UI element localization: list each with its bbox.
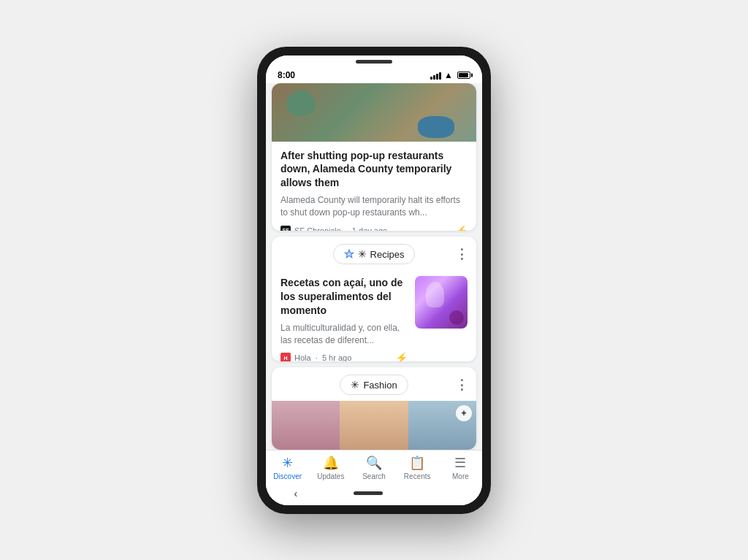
news-card-1-body: After shutting pop-up restaurants down, … <box>272 142 476 231</box>
recipe-source: H Hola · 5 hr ago <box>280 353 351 361</box>
news-card-1[interactable]: After shutting pop-up restaurants down, … <box>272 83 476 231</box>
recents-icon: 📋 <box>409 455 425 471</box>
news-card-1-source: SF SF Chronicle · 1 day ago <box>280 226 387 231</box>
phone-screen: 8:00 ▲ <box>266 55 482 505</box>
more-icon: ☰ <box>454 455 466 471</box>
android-back-button[interactable]: ‹ <box>294 488 298 499</box>
sf-chronicle-logo: SF <box>280 226 291 231</box>
recipes-more-button[interactable]: ⋮ <box>455 246 468 262</box>
signal-bar-3 <box>436 74 438 80</box>
hola-logo: H <box>280 353 291 361</box>
recents-label: Recents <box>404 472 431 480</box>
status-icons: ▲ <box>430 70 470 80</box>
signal-icon <box>430 71 441 80</box>
phone-speaker <box>356 60 392 64</box>
fashion-image-1 <box>272 401 340 449</box>
discover-icon: ✳ <box>282 455 293 471</box>
news-card-1-snippet: Alameda County will temporarily halt its… <box>280 194 468 219</box>
signal-bar-2 <box>433 75 435 80</box>
updates-icon: 🔔 <box>323 455 339 471</box>
recipes-article[interactable]: Recetas con açaí, uno de los superalimen… <box>272 270 476 361</box>
discover-label: Discover <box>273 472 302 480</box>
nav-item-recents[interactable]: 📋 Recents <box>396 455 439 480</box>
battery-icon <box>457 72 470 79</box>
status-time: 8:00 <box>278 70 295 80</box>
signal-bar-4 <box>439 72 441 80</box>
fashion-images-row: + <box>272 401 476 449</box>
news-card-1-meta: SF SF Chronicle · 1 day ago ⚡ <box>280 225 468 231</box>
source-name: SF Chronicle · 1 day ago <box>294 226 387 231</box>
news-card-1-title: After shutting pop-up restaurants down, … <box>280 149 468 191</box>
feed-scroll-content: After shutting pop-up restaurants down, … <box>266 83 482 450</box>
news-card-1-image <box>272 83 476 142</box>
recipes-topic-section: ✳ Recipes ⋮ Recetas con açaí, uno de los… <box>272 237 476 361</box>
recipes-star-symbol: ✳ <box>358 248 367 260</box>
recipe-source-name: Hola · 5 hr ago <box>294 353 351 361</box>
updates-label: Updates <box>317 472 344 480</box>
nav-item-updates[interactable]: 🔔 Updates <box>309 455 352 480</box>
recipes-label: Recipes <box>370 249 405 260</box>
fashion-image-3: + <box>408 401 476 449</box>
android-home-pill[interactable] <box>354 491 383 495</box>
fashion-topic-header: ✳ Fashion ⋮ <box>272 367 476 401</box>
fashion-image-2 <box>340 401 408 449</box>
nav-item-discover[interactable]: ✳ Discover <box>266 455 309 480</box>
lightning-icon-2[interactable]: ⚡ <box>395 352 408 361</box>
bottom-nav: ✳ Discover 🔔 Updates 🔍 Search 📋 Recents … <box>266 450 482 483</box>
fashion-label: Fashion <box>363 380 397 391</box>
search-icon: 🔍 <box>366 455 382 471</box>
battery-fill <box>459 73 468 77</box>
recipe-thumbnail <box>415 276 468 329</box>
fashion-more-badge: + <box>456 405 472 421</box>
more-label: More <box>452 472 469 480</box>
recipes-chip[interactable]: ✳ Recipes <box>333 244 416 264</box>
recipe-snippet: La multiculturalidad y, con ella, las re… <box>280 322 408 347</box>
recipes-topic-header: ✳ Recipes ⋮ <box>272 237 476 270</box>
recipe-text: Recetas con açaí, uno de los superalimen… <box>280 276 408 361</box>
nav-item-more[interactable]: ☰ More <box>439 455 482 480</box>
search-label: Search <box>362 472 386 480</box>
fashion-more-button[interactable]: ⋮ <box>455 377 468 393</box>
signal-bar-1 <box>430 77 432 80</box>
recipe-title: Recetas con açaí, uno de los superalimen… <box>280 276 408 318</box>
fashion-topic-section: ✳ Fashion ⋮ + <box>272 367 476 449</box>
wifi-icon: ▲ <box>444 70 453 80</box>
nav-item-search[interactable]: 🔍 Search <box>352 455 395 480</box>
google-star-icon <box>344 249 354 259</box>
lightning-icon-1[interactable]: ⚡ <box>455 225 468 231</box>
fashion-chip[interactable]: ✳ Fashion <box>340 375 408 395</box>
android-nav: ‹ <box>266 483 482 505</box>
fashion-star-symbol: ✳ <box>351 379 359 391</box>
recipe-meta: H Hola · 5 hr ago ⚡ <box>280 352 408 361</box>
phone-device: 8:00 ▲ <box>257 47 491 514</box>
